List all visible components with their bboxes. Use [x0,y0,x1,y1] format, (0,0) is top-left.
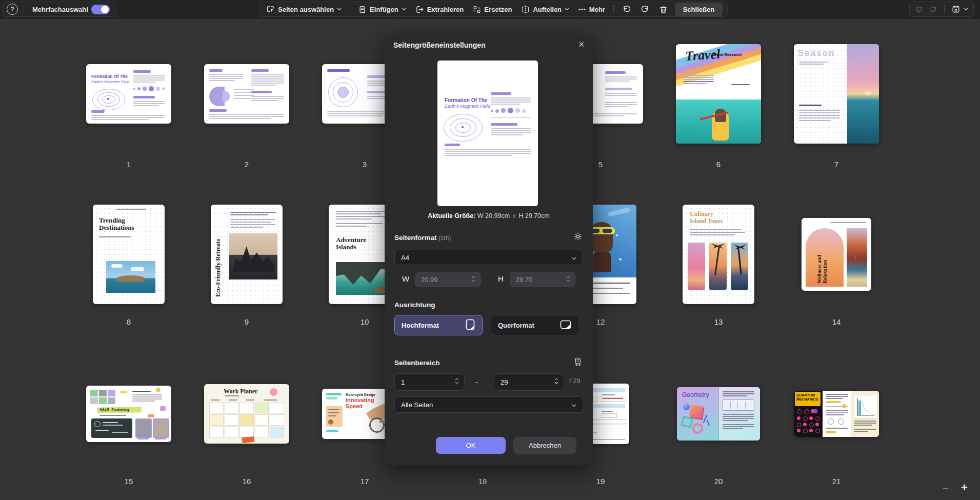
help-icon[interactable]: ? [7,4,18,15]
redo-button[interactable] [636,3,654,16]
more-button[interactable]: ••• Mehr [574,3,610,16]
page-number: 3 [363,160,367,169]
split-icon [521,5,530,14]
replace-icon [473,5,481,14]
page-cell-15: Skill Training 15 [70,382,188,486]
page-cell-7: Season 7 [777,34,895,169]
format-select[interactable]: A4 [394,250,583,265]
thumb-title-2: Island Tours [690,218,723,225]
page-range-heading: Seitenbereich [394,359,440,367]
page-number: 14 [832,317,841,326]
landscape-button[interactable]: Querformat [491,315,579,335]
multiselect-label: Mehrfachauswahl [28,3,89,16]
portrait-label: Hochformat [402,322,439,329]
page-format-heading: Seitenformat (cm) [394,234,451,242]
divider [350,5,350,13]
insert-button[interactable]: Einfügen [354,3,411,16]
page-cell-13: Culinary Island Tours 13 [659,205,777,326]
size-separator: x [513,212,516,219]
thumb-title: Trending Destinations [99,217,150,231]
page-cell-1: Formation Of The Earth's Magnetic Field … [70,34,188,169]
stepper-icon [471,275,475,284]
range-to-input[interactable] [499,378,548,387]
close-icon[interactable]: ✕ [578,40,585,49]
range-from-input[interactable] [400,378,448,387]
page-number: 15 [125,477,133,486]
current-size-line: Aktuelle Größe: W 20.99cm x H 29.70cm [385,212,593,219]
page-thumbnail-7[interactable]: Season [794,44,879,144]
page-range-icon-button[interactable] [572,357,584,368]
multiselect-toggle[interactable] [91,5,110,14]
page-thumbnail-14[interactable]: Wellness and Relaxation [802,218,871,291]
page-number: 17 [361,477,369,486]
width-input [420,275,463,284]
page-cell-6: Travel Trend Research 6 [659,34,777,169]
undo-button-disabled [912,3,926,16]
select-pages-button[interactable]: Seiten auswählen [262,3,346,16]
chevron-down-icon [571,254,576,262]
page-thumbnail-13[interactable]: Culinary Island Tours [683,205,754,304]
format-select-value: A4 [401,254,409,262]
width-input-box [415,272,481,287]
range-mode-value: Alle Seiten [401,401,433,409]
thumb-title: Culinary [690,211,713,217]
page-thumbnail-9[interactable]: Eco-Friendly Retreats [211,205,283,304]
height-input-box [510,272,575,287]
thumb-title: QUANTUM MECHANICS [796,393,819,402]
page-number: 7 [834,160,838,169]
stepper-icon[interactable] [455,377,459,387]
thumb-title: Adventure Islands [336,236,382,250]
close-view-button[interactable]: Schließen [675,3,723,16]
page-number: 20 [714,477,723,486]
range-to-box [494,373,564,391]
page-thumbnail-6[interactable]: Travel Trend Research [676,44,761,144]
portrait-page-icon [465,318,475,332]
zoom-out-button[interactable]: − [943,483,949,494]
multiselect-group: ? Mehrfachauswahl [2,2,116,17]
portrait-button[interactable]: Hochformat [394,315,483,335]
stepper-icon[interactable] [554,377,558,387]
page-number: 21 [832,477,841,486]
page-thumbnail-1[interactable]: Formation Of The Earth's Magnetic Field [86,64,171,124]
orientation-heading: Ausrichtung [394,301,435,309]
page-number: 10 [361,317,369,326]
landscape-label: Querformat [498,322,534,329]
page-thumbnail-8[interactable]: Trending Destinations [93,205,165,304]
chevron-down-icon [337,8,342,11]
more-dots-icon: ••• [578,6,586,12]
page-number: 6 [716,160,721,169]
cancel-button[interactable]: Abbrechen [513,437,576,454]
page-number: 12 [596,317,605,326]
range-total: / 29 [569,377,581,385]
page-thumbnail-15[interactable]: Skill Training [86,386,171,442]
delete-button[interactable] [654,3,672,16]
page-cell-16: Work Planer 16 [188,382,306,486]
page-thumbnail-21[interactable]: QUANTUM MECHANICS [794,391,879,437]
divider [613,5,614,13]
format-settings-button[interactable] [572,232,584,243]
thumb-title: Work Planer [224,388,257,395]
page-range-icon [573,357,583,368]
page-thumbnail-2[interactable] [204,64,289,124]
zoom-in-button[interactable]: + [961,481,968,494]
page-cell-20: Geometry [659,382,777,486]
thumb-subtitle: Earth's Magnetic Field [91,80,129,84]
page-number: 5 [598,160,603,169]
page-thumbnail-20[interactable]: Geometry [677,387,760,441]
replace-button[interactable]: Ersetzen [468,3,516,16]
extract-button[interactable]: Extrahieren [411,3,469,16]
chevron-down-icon [565,8,569,11]
split-button[interactable]: Aufteilen [516,3,574,16]
thumb-title: Wellness and Relaxation [817,235,828,284]
range-mode-select[interactable]: Alle Seiten [394,396,583,413]
current-size-label: Aktuelle Größe: [428,212,475,219]
page-tools-group: Seiten auswählen Einfügen Extrahieren [259,2,728,17]
extract-icon [415,5,424,14]
ok-button[interactable]: OK [436,437,506,454]
page-thumbnail-16[interactable]: Work Planer [204,384,289,444]
undo-button[interactable] [617,3,636,16]
thumb-subtitle: Trend Research [713,52,742,57]
page-cell-2: 2 [188,34,306,169]
save-button[interactable] [948,3,971,16]
select-cursor-icon [266,5,275,14]
